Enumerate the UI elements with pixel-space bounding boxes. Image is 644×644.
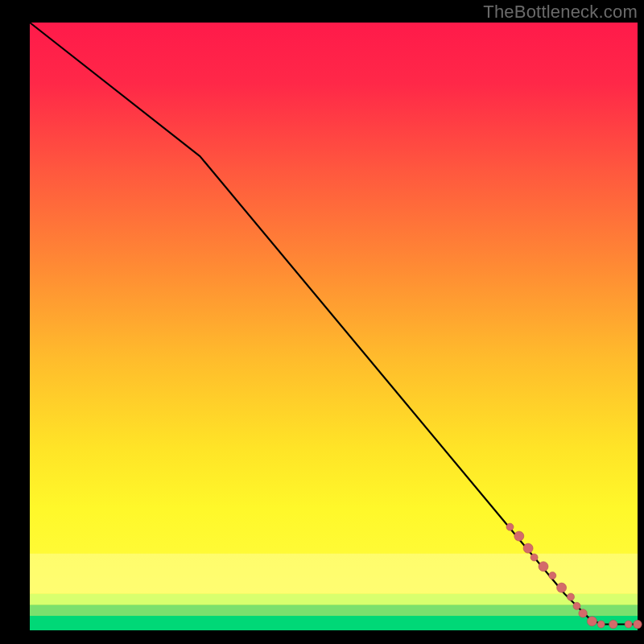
svg-rect-1 bbox=[30, 554, 638, 594]
chart-container: TheBottleneck.com bbox=[0, 0, 644, 644]
data-point bbox=[530, 554, 538, 561]
data-point bbox=[549, 572, 556, 580]
bottleneck-chart bbox=[0, 0, 644, 644]
svg-rect-2 bbox=[30, 594, 638, 605]
data-point bbox=[514, 531, 524, 541]
attribution-text: TheBottleneck.com bbox=[483, 2, 638, 23]
data-point bbox=[557, 583, 567, 592]
data-point bbox=[506, 523, 514, 530]
svg-rect-3 bbox=[30, 605, 638, 616]
data-point bbox=[597, 621, 605, 628]
data-point bbox=[579, 609, 587, 617]
svg-rect-4 bbox=[30, 616, 638, 630]
svg-rect-0 bbox=[30, 23, 638, 630]
data-point bbox=[523, 543, 533, 553]
data-point bbox=[625, 621, 632, 628]
data-point bbox=[587, 617, 597, 626]
data-point bbox=[573, 602, 580, 609]
data-point bbox=[634, 620, 642, 628]
data-point bbox=[539, 562, 548, 572]
data-point bbox=[609, 620, 617, 628]
data-point bbox=[568, 593, 575, 601]
